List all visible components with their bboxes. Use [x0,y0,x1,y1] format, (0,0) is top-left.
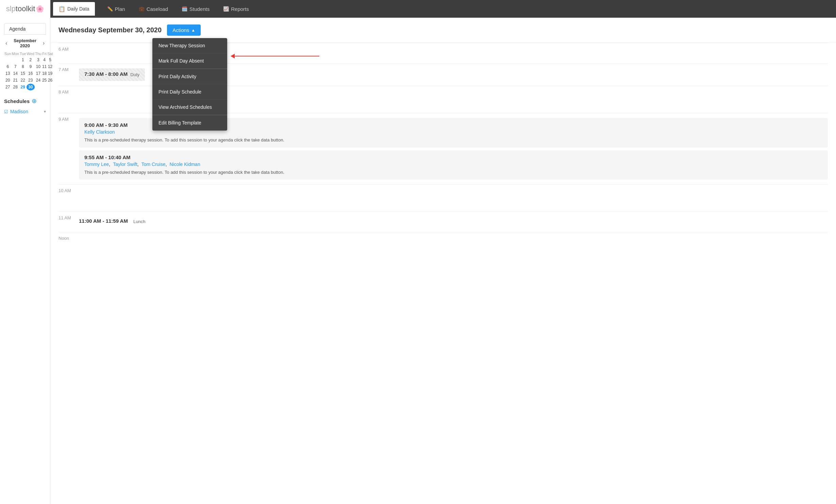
cal-cell-10[interactable]: 10 [35,63,42,70]
actions-button[interactable]: Actions ▲ [167,24,201,36]
cal-day-mon: Mon [12,51,19,56]
schedules-label: Schedules [4,98,30,104]
nav-reports[interactable]: 📈 Reports [218,3,254,15]
cal-cell-4[interactable]: 4 [42,56,47,63]
student-kelly-clarkson[interactable]: Kelly Clarkson [84,129,116,135]
dropdown-view-archived[interactable]: View Archived Schedules [152,100,227,115]
logo-slp: slp [6,4,16,13]
time-label-11am: 11 AM [58,212,76,220]
cal-cell-20[interactable]: 20 [4,77,12,84]
logo-toolkit: toolkit [16,4,35,13]
cal-cell-23[interactable]: 23 [27,77,35,84]
main-content: Wednesday September 30, 2020 Actions ▲ N… [50,18,836,504]
logo-area: slptoolkit🌸 [0,0,50,18]
actions-label: Actions [172,27,189,33]
schedule-item-madison[interactable]: ☑ Madison ▾ [0,107,50,116]
schedules-header: Schedules ⊕ [0,94,50,107]
cal-cell-8[interactable]: 8 [19,63,27,70]
calendar-prev-btn[interactable]: ‹ [4,39,9,47]
cal-cell-17[interactable]: 17 [35,70,42,77]
group-students: Tommy Lee Taylor Swift Tom Cruise Nicole… [84,162,822,167]
cal-week-4: 20 21 22 23 24 25 26 [4,77,53,84]
cal-cell-27[interactable]: 27 [4,84,12,90]
student-taylor-swift[interactable]: Taylor Swift [113,162,140,167]
cal-cell-7[interactable]: 7 [12,63,19,70]
nav-links: ✏️ Plan 💼 Caseload 🗓️ Students 📈 Reports [102,3,254,15]
chevron-up-icon: ▲ [191,28,195,33]
cal-cell-22[interactable]: 22 [19,77,27,84]
cal-cell-9[interactable]: 9 [27,63,35,70]
nav-caseload-label: Caseload [147,6,168,12]
lunch-session: 11:00 AM - 11:59 AM Lunch [79,215,145,228]
student-tommy-lee[interactable]: Tommy Lee [84,162,112,167]
nav-caseload[interactable]: 💼 Caseload [133,3,173,15]
time-label-noon: Noon [58,232,76,241]
dropdown-new-therapy[interactable]: New Therapy Session [152,38,227,53]
time-label-6am: 6 AM [58,43,76,52]
slot-content-noon [76,232,828,239]
layout: Agenda ‹ September 2020 › Sun Mon Tue We… [0,18,836,504]
nav-students[interactable]: 🗓️ Students [176,3,215,15]
cal-cell-14[interactable]: 14 [12,70,19,77]
dropdown-print-schedule[interactable]: Print Daily Schedule [152,84,227,100]
calendar-days-header: Sun Mon Tue Wed Thu Fri Sat [4,51,53,56]
agenda-tab[interactable]: Agenda [4,23,46,35]
nav-reports-label: Reports [231,6,249,12]
calendar-next-btn[interactable]: › [41,39,46,47]
schedule-name-madison: Madison [10,109,42,114]
lunch-time-range: 11:00 AM - 11:59 AM [79,218,128,224]
daily-data-label: Daily Data [67,6,89,12]
student-nicole-kidman[interactable]: Nicole Kidman [169,162,201,167]
cal-week-1: 1 2 3 4 5 [4,56,53,63]
session-duty: 7:30 AM - 8:00 AM Duty [79,68,145,81]
add-schedule-btn[interactable]: ⊕ [32,97,37,105]
cal-week-3: 13 14 15 16 17 18 19 [4,70,53,77]
dropdown-edit-billing[interactable]: Edit Billing Template [152,115,227,131]
calendar-month-year: September 2020 [9,38,41,48]
cal-cell-6[interactable]: 6 [4,63,12,70]
nav-plan-label: Plan [115,6,125,12]
cal-week-2: 6 7 8 9 10 11 12 [4,63,53,70]
cal-cell-empty [35,84,42,90]
cal-cell-15[interactable]: 15 [19,70,27,77]
main-header: Wednesday September 30, 2020 Actions ▲ N… [50,18,836,43]
cal-cell-21[interactable]: 21 [12,77,19,84]
student-tom-cruise[interactable]: Tom Cruise [141,162,168,167]
cal-day-thu: Thu [35,51,42,56]
cal-cell-13[interactable]: 13 [4,70,12,77]
cal-cell-empty2 [42,84,47,90]
dropdown-mark-absent[interactable]: Mark Full Day Absent [152,53,227,69]
duty-label: Duty [130,72,139,77]
session-group: 9:55 AM - 10:40 AM Tommy Lee Taylor Swif… [79,150,828,180]
cal-cell-30-selected[interactable]: 30 [27,84,35,90]
calendar-icon: 🗓️ [182,6,187,12]
dropdown-print-activity[interactable]: Print Daily Activity [152,69,227,84]
nav-plan[interactable]: ✏️ Plan [102,3,131,15]
cal-cell-29-today[interactable]: 29 [19,84,27,90]
kelly-description: This is a pre-scheduled therapy session.… [84,137,822,144]
briefcase-icon: 💼 [139,6,145,12]
cal-cell-3[interactable]: 3 [35,56,42,63]
cal-day-fri: Fri [42,51,47,56]
cal-cell-28[interactable]: 28 [12,84,19,90]
time-label-9am: 9 AM [58,113,76,122]
cal-cell-25[interactable]: 25 [42,77,47,84]
cal-cell-1[interactable]: 1 [19,56,27,63]
date-title: Wednesday September 30, 2020 [58,26,162,34]
group-description: This is a pre-scheduled therapy session.… [84,169,822,176]
clipboard-icon: 📋 [58,6,65,12]
lunch-label: Lunch [133,219,145,224]
cal-cell [12,56,19,63]
daily-data-tab[interactable]: 📋 Daily Data [53,2,95,16]
top-nav: slptoolkit🌸 📋 Daily Data ✏️ Plan 💼 Casel… [0,0,836,18]
cal-day-tue: Tue [19,51,27,56]
time-slot-noon: Noon [58,232,828,252]
cal-cell-2[interactable]: 2 [27,56,35,63]
cal-cell-11[interactable]: 11 [42,63,47,70]
cal-cell-18[interactable]: 18 [42,70,47,77]
time-label-7am: 7 AM [58,64,76,72]
cal-cell-24[interactable]: 24 [35,77,42,84]
time-label-10am: 10 AM [58,185,76,193]
cal-cell-16[interactable]: 16 [27,70,35,77]
slot-content-10am [76,185,828,191]
